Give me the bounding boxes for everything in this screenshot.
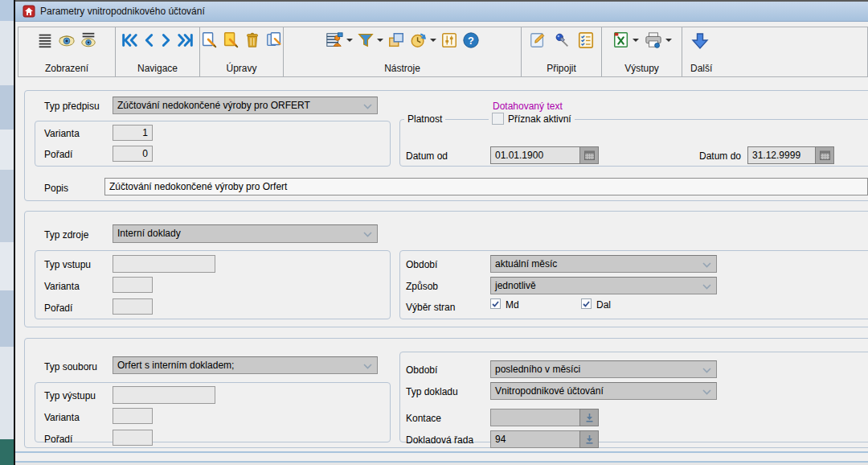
calendar-button[interactable] xyxy=(815,146,834,164)
attach-note-icon[interactable] xyxy=(529,31,547,49)
obdobi2-value: posledního v měsíci xyxy=(491,361,716,377)
check-icon xyxy=(492,301,499,307)
kontace-label: Kontace xyxy=(406,413,441,424)
toolbar-group-label: Nástroje xyxy=(284,63,521,74)
first-record-icon[interactable] xyxy=(120,31,139,49)
poradi2-field[interactable] xyxy=(113,298,153,315)
toolbar-group-label: Výstupy xyxy=(602,63,682,74)
grid-settings-icon[interactable] xyxy=(325,31,353,49)
calendar-button[interactable] xyxy=(579,146,599,164)
typ-zdroje-select[interactable]: Interní doklady xyxy=(113,224,378,243)
toolbar-group-navigace: Navigace xyxy=(116,27,200,76)
dal-label: Dal xyxy=(596,299,611,311)
duplicate-icon[interactable] xyxy=(387,31,405,49)
varianta2-field[interactable] xyxy=(113,277,153,293)
next-record-icon[interactable] xyxy=(158,31,174,49)
background-window-edge xyxy=(0,0,14,21)
last-record-icon[interactable] xyxy=(176,31,195,49)
toolbar-group-label: Úpravy xyxy=(200,63,283,74)
obdobi-label: Období xyxy=(406,259,437,270)
poradi-field[interactable]: 0 xyxy=(113,146,153,162)
toolbar-group-pripojit: Připojit xyxy=(522,27,602,76)
poradi3-field[interactable] xyxy=(113,430,153,446)
copy-record-icon[interactable] xyxy=(265,31,283,49)
excel-export-icon[interactable] xyxy=(612,31,639,49)
obdobi2-select[interactable]: posledního v měsíci xyxy=(490,360,717,378)
dropdown-caret xyxy=(346,39,353,45)
background-window-edge xyxy=(0,130,14,170)
edit-record-icon[interactable] xyxy=(222,31,240,49)
chevron-down-icon xyxy=(363,104,372,109)
filter-icon[interactable] xyxy=(357,31,383,49)
parameters-icon[interactable] xyxy=(440,31,458,49)
chevron-down-icon xyxy=(702,262,711,268)
window-title: Parametry vnitropodnikového účtování xyxy=(40,6,205,17)
typ-zdroje-label: Typ zdroje xyxy=(44,229,88,241)
datum-od-value: 01.01.1900 xyxy=(490,146,579,164)
toolbar-group-zobrazeni: Zobrazení xyxy=(18,27,116,76)
datum-od-input[interactable]: 01.01.1900 xyxy=(490,146,599,164)
eye-icon[interactable] xyxy=(58,31,76,49)
new-record-icon[interactable] xyxy=(200,31,218,49)
delete-record-icon[interactable] xyxy=(244,31,261,49)
obdobi-value: aktuální měsíc xyxy=(491,256,716,272)
attachment-list-icon[interactable] xyxy=(577,31,595,49)
list-rows-icon[interactable] xyxy=(36,31,54,49)
arrow-down-to-bar-icon xyxy=(585,413,594,422)
popis-field[interactable]: Zúčtování nedokončené výroby pro Orfert xyxy=(104,178,868,195)
eye-rows-icon[interactable] xyxy=(80,31,97,49)
lookup-button[interactable] xyxy=(579,409,599,426)
toolbar-group-vystupy: Výstupy xyxy=(602,27,682,76)
pin-icon[interactable] xyxy=(553,31,571,49)
obdobi-select[interactable]: aktuální měsíc xyxy=(490,255,717,273)
datum-od-label: Datum od xyxy=(406,150,448,162)
kontace-input[interactable] xyxy=(490,409,599,426)
arrow-down-to-bar-icon xyxy=(585,434,594,444)
previous-record-icon[interactable] xyxy=(141,31,157,49)
typ-souboru-select[interactable]: Orfert s interním dokladem; xyxy=(113,356,378,374)
typ-dokladu-value: Vnitropodnikové účtování xyxy=(491,383,716,399)
typ-predpisu-label: Typ předpisu xyxy=(44,101,100,112)
typ-souboru-label: Typ souboru xyxy=(44,361,97,372)
poradi-label: Pořadí xyxy=(44,149,72,160)
priznak-aktivni-checkbox[interactable] xyxy=(492,113,504,125)
typ-predpisu-select[interactable]: Zúčtování nedokončené výroby pro ORFERT xyxy=(113,97,378,114)
varianta-field[interactable]: 1 xyxy=(113,125,153,141)
check-icon xyxy=(583,301,590,307)
calendar-icon xyxy=(584,150,595,160)
kontace-value xyxy=(490,409,579,426)
datum-do-input[interactable]: 31.12.9999 xyxy=(747,146,834,164)
more-down-icon[interactable] xyxy=(690,31,710,51)
priznak-aktivni-label: Příznak aktivní xyxy=(508,113,571,125)
dropdown-caret xyxy=(633,39,639,45)
home-icon xyxy=(23,5,35,18)
chevron-down-icon xyxy=(363,364,372,369)
popis-label: Popis xyxy=(44,183,68,194)
varianta3-label: Varianta xyxy=(44,412,80,423)
lookup-button[interactable] xyxy=(579,430,599,448)
md-checkbox[interactable] xyxy=(490,298,501,309)
typ-vystupu-field[interactable] xyxy=(113,386,215,404)
window-titlebar[interactable]: Parametry vnitropodnikového účtování xyxy=(15,2,868,22)
zpusob-select[interactable]: jednotlivě xyxy=(490,277,717,294)
toolbar-group-label: Navigace xyxy=(116,63,199,74)
chevron-down-icon xyxy=(702,284,711,290)
background-window-edge xyxy=(0,439,14,465)
background-window-edge xyxy=(0,170,14,242)
datum-do-value: 31.12.9999 xyxy=(747,146,815,164)
app-window: { "window": { "title": "Parametry vnitro… xyxy=(0,0,868,465)
toolbar: Zobrazení Navigace xyxy=(18,27,868,77)
varianta3-field[interactable] xyxy=(113,408,153,424)
background-window-edge xyxy=(0,347,14,439)
dal-checkbox[interactable] xyxy=(581,298,592,309)
print-icon[interactable] xyxy=(644,31,672,49)
history-icon[interactable] xyxy=(409,31,436,49)
poradi3-label: Pořadí xyxy=(44,434,72,445)
varianta-poradi-box xyxy=(35,121,391,167)
toolbar-group-label: Připojit xyxy=(522,63,601,74)
dokladova-rada-value: 94 xyxy=(490,430,579,448)
dokladova-rada-input[interactable]: 94 xyxy=(490,430,599,448)
help-icon[interactable]: ? xyxy=(462,31,480,49)
typ-vstupu-field[interactable] xyxy=(113,255,215,273)
typ-dokladu-select[interactable]: Vnitropodnikové účtování xyxy=(490,382,717,400)
